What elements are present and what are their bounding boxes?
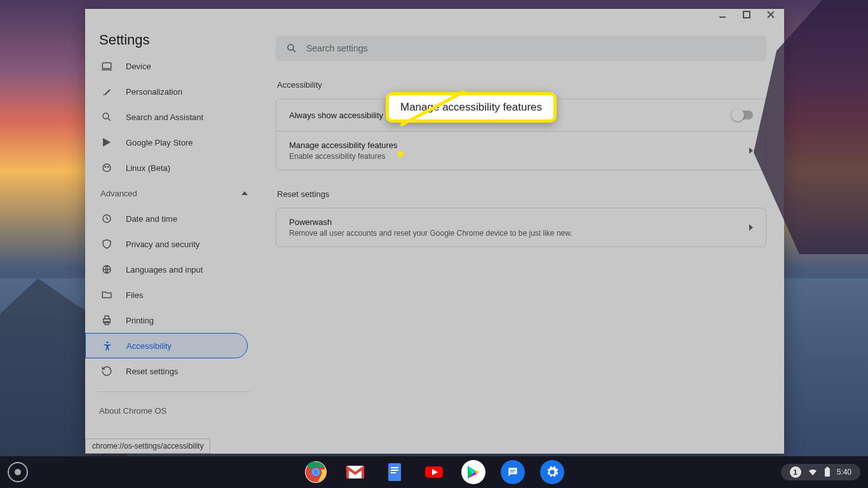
search-bar[interactable] <box>276 36 766 61</box>
sidebar-item-label: Printing <box>126 316 154 325</box>
globe-icon <box>100 263 113 276</box>
app-title: Settings <box>85 32 263 58</box>
svg-rect-33 <box>826 467 829 468</box>
sidebar-item-label: Reset settings <box>126 367 178 376</box>
status-url: chrome://os-settings/accessibility <box>85 438 210 454</box>
play-store-icon[interactable] <box>461 460 485 484</box>
svg-rect-27 <box>391 470 398 471</box>
chevron-right-icon <box>749 224 753 231</box>
main-content: Accessibility Always show accessibility … <box>263 20 784 454</box>
svg-point-9 <box>105 166 106 168</box>
svg-point-17 <box>288 44 294 50</box>
sidebar-item-label: Accessibility <box>126 341 172 351</box>
sidebar-item-label: Personalization <box>126 87 182 97</box>
svg-point-6 <box>103 113 109 119</box>
sidebar-item-device[interactable]: Device <box>85 58 263 79</box>
advanced-section-header[interactable]: Advanced <box>85 180 263 206</box>
close-icon[interactable] <box>766 10 775 19</box>
minimize-icon[interactable] <box>718 10 727 19</box>
chromeos-shelf: 1 5:40 <box>0 456 868 488</box>
row-subtitle: Remove all user accounts and reset your … <box>289 229 749 238</box>
chevron-right-icon <box>749 147 753 154</box>
sidebar-item-reset[interactable]: Reset settings <box>85 358 263 384</box>
search-icon <box>100 111 113 123</box>
sidebar-item-search-assistant[interactable]: Search and Assistant <box>85 104 263 130</box>
messages-icon[interactable] <box>501 460 525 484</box>
sidebar-item-linux[interactable]: Linux (Beta) <box>85 155 263 180</box>
svg-rect-30 <box>510 470 515 471</box>
gmail-icon[interactable] <box>343 460 367 484</box>
svg-rect-31 <box>510 471 514 472</box>
tray-pill[interactable]: 1 5:40 <box>781 464 860 480</box>
play-store-icon <box>100 136 113 149</box>
sidebar-item-accessibility[interactable]: Accessibility <box>85 333 248 358</box>
svg-rect-4 <box>102 63 111 69</box>
laptop-icon <box>100 60 113 72</box>
svg-line-18 <box>293 50 295 52</box>
sidebar-item-files[interactable]: Files <box>85 282 263 308</box>
row-manage-a11y-features[interactable]: Manage accessibility features Enable acc… <box>276 131 766 170</box>
sidebar-item-personalization[interactable]: Personalization <box>85 79 263 104</box>
sidebar-divider <box>98 391 250 392</box>
reset-card: Powerwash Remove all user accounts and r… <box>276 208 766 247</box>
row-title: Powerwash <box>289 217 749 227</box>
system-tray[interactable]: 1 5:40 <box>781 464 860 480</box>
tray-clock: 5:40 <box>837 468 851 477</box>
shelf-apps <box>304 460 564 484</box>
settings-icon[interactable] <box>540 460 564 484</box>
sidebar-item-label: Search and Assistant <box>126 112 203 122</box>
sidebar-item-play-store[interactable]: Google Play Store <box>85 130 263 155</box>
sidebar-item-label: Privacy and security <box>126 240 200 249</box>
section-title-reset: Reset settings <box>277 189 766 199</box>
sidebar-item-printing[interactable]: Printing <box>85 308 263 333</box>
sidebar-item-label: Google Play Store <box>126 138 193 147</box>
svg-point-10 <box>108 166 109 168</box>
svg-point-16 <box>107 341 109 343</box>
chevron-up-icon <box>241 191 248 195</box>
svg-rect-14 <box>105 316 109 319</box>
docs-icon[interactable] <box>383 460 407 484</box>
sidebar-about[interactable]: About Chrome OS <box>85 400 263 422</box>
svg-line-7 <box>108 118 111 121</box>
svg-rect-1 <box>743 11 750 18</box>
sidebar-item-languages[interactable]: Languages and input <box>85 257 263 282</box>
accessibility-icon <box>101 339 114 352</box>
sidebar-item-label: Date and time <box>126 214 177 224</box>
printer-icon <box>100 314 113 327</box>
search-input[interactable] <box>306 43 756 53</box>
restore-icon <box>100 365 113 377</box>
toggle-always-show-a11y[interactable] <box>733 111 753 119</box>
advanced-label: Advanced <box>100 189 137 198</box>
sidebar-item-label: Linux (Beta) <box>126 163 170 173</box>
sidebar-item-label: Device <box>126 62 151 71</box>
svg-point-23 <box>313 470 319 475</box>
launcher-button[interactable] <box>8 462 28 482</box>
row-title: Manage accessibility features <box>289 140 749 150</box>
shield-icon <box>100 238 113 250</box>
svg-rect-28 <box>391 472 396 473</box>
row-powerwash[interactable]: Powerwash Remove all user accounts and r… <box>276 208 766 247</box>
desktop-wallpaper: Settings Device Personalization Search a… <box>0 0 868 488</box>
notification-badge: 1 <box>790 466 801 478</box>
search-icon <box>286 43 297 54</box>
sidebar: Settings Device Personalization Search a… <box>85 20 263 454</box>
sidebar-nav: Device Personalization Search and Assist… <box>85 58 263 454</box>
youtube-icon[interactable] <box>422 460 446 484</box>
sidebar-item-datetime[interactable]: Date and time <box>85 206 263 231</box>
sidebar-item-label: Files <box>126 290 143 300</box>
maximize-icon[interactable] <box>742 10 751 19</box>
battery-icon <box>824 467 831 477</box>
row-subtitle: Enable accessibility features <box>289 152 749 161</box>
wifi-icon <box>808 467 818 477</box>
brush-icon <box>100 85 113 98</box>
svg-rect-26 <box>391 467 398 468</box>
sidebar-item-privacy[interactable]: Privacy and security <box>85 231 263 257</box>
svg-rect-32 <box>825 468 830 477</box>
chrome-icon[interactable] <box>304 460 328 484</box>
svg-point-8 <box>103 164 111 172</box>
sidebar-item-label: Languages and input <box>126 265 203 274</box>
section-title-accessibility: Accessibility <box>277 80 766 90</box>
linux-icon <box>100 161 113 174</box>
settings-window: Settings Device Personalization Search a… <box>85 9 784 454</box>
window-titlebar <box>85 9 784 20</box>
